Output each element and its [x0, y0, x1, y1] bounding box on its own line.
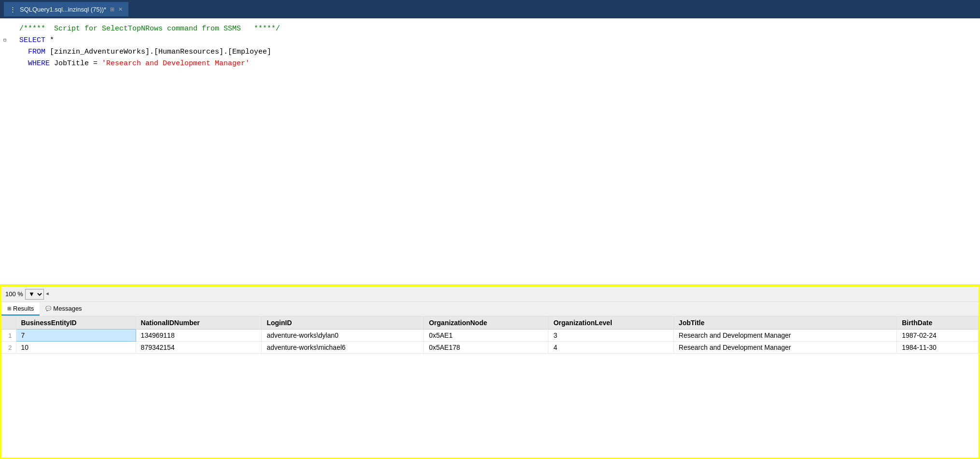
code-line: WHERE JobTitle = 'Research and Developme… — [0, 58, 980, 70]
cell-OrganizationLevel[interactable]: 3 — [548, 330, 673, 342]
cell-BirthDate[interactable]: 1987-02-24 — [897, 330, 979, 342]
sql-editor[interactable]: /***** Script for SelectTopNRows command… — [0, 18, 980, 285]
col-header-JobTitle: JobTitle — [673, 316, 896, 330]
code-line: ⊟SELECT * — [0, 35, 980, 46]
results-header-row: BusinessEntityIDNationalIDNumberLoginIDO… — [1, 316, 979, 330]
col-header-LoginID: LoginID — [262, 316, 424, 330]
close-icon[interactable]: ✕ — [118, 6, 123, 13]
code-content: WHERE JobTitle = 'Research and Developme… — [10, 58, 980, 70]
tab-pin-icon: ⋮ — [10, 6, 16, 13]
cell-BusinessEntityID[interactable]: 10 — [16, 342, 136, 354]
table-row[interactable]: 17134969118adventure-works\dylan00x5AE13… — [1, 330, 979, 342]
zoom-bar: 100 % ▼ ◄ — [1, 287, 979, 302]
results-container[interactable]: BusinessEntityIDNationalIDNumberLoginIDO… — [1, 316, 979, 458]
cell-BusinessEntityID[interactable]: 7 — [16, 330, 136, 342]
code-content: SELECT * — [10, 35, 980, 46]
zoom-level: 100 % — [5, 290, 23, 298]
col-header-BirthDate: BirthDate — [897, 316, 979, 330]
cell-JobTitle[interactable]: Research and Development Manager — [673, 330, 896, 342]
zoom-dropdown[interactable]: ▼ — [25, 289, 44, 300]
cell-BirthDate[interactable]: 1984-11-30 — [897, 342, 979, 354]
cell-OrganizationLevel[interactable]: 4 — [548, 342, 673, 354]
col-header-OrganizationNode: OrganizationNode — [424, 316, 548, 330]
cell-NationalIDNumber[interactable]: 879342154 — [136, 342, 262, 354]
scroll-left-icon[interactable]: ◄ — [46, 291, 49, 297]
code-token-string: 'Research and Development Manager' — [102, 59, 250, 68]
results-tab-icon: ⊞ — [7, 306, 11, 311]
cell-OrganizationNode[interactable]: 0x5AE178 — [424, 342, 548, 354]
result-tab-results[interactable]: ⊞Results — [1, 302, 40, 316]
code-token-comment: /***** Script for SelectTopNRows command… — [19, 25, 280, 33]
code-token-keyword: WHERE — [28, 59, 50, 68]
results-tabs-bar: ⊞Results💬Messages — [1, 302, 979, 316]
code-line: /***** Script for SelectTopNRows command… — [0, 23, 980, 35]
messages-tab-label: Messages — [53, 305, 82, 312]
cell-LoginID[interactable]: adventure-works\dylan0 — [262, 330, 424, 342]
code-token-default: * — [45, 36, 54, 44]
code-token-default: JobTitle = — [50, 59, 102, 68]
code-line: FROM [zinzin_AdventureWorks].[HumanResou… — [0, 46, 980, 58]
tab-label: SQLQuery1.sql...inzinsql (75))* — [20, 6, 106, 13]
col-header-OrganizationLevel: OrganizationLevel — [548, 316, 673, 330]
results-tab-label: Results — [13, 305, 34, 312]
results-table: BusinessEntityIDNationalIDNumberLoginIDO… — [1, 316, 979, 354]
cell-NationalIDNumber[interactable]: 134969118 — [136, 330, 262, 342]
col-header-NationalIDNumber: NationalIDNumber — [136, 316, 262, 330]
cell-LoginID[interactable]: adventure-works\michael6 — [262, 342, 424, 354]
col-header-rownum — [1, 316, 16, 330]
result-tab-messages[interactable]: 💬Messages — [40, 302, 87, 316]
code-token-default: [zinzin_AdventureWorks].[HumanResources]… — [45, 48, 271, 56]
code-content: FROM [zinzin_AdventureWorks].[HumanResou… — [10, 46, 980, 58]
code-token-keyword: SELECT — [19, 36, 45, 44]
query-tab[interactable]: ⋮ SQLQuery1.sql...inzinsql (75))* ⊞ ✕ — [4, 2, 128, 16]
table-row[interactable]: 210879342154adventure-works\michael60x5A… — [1, 342, 979, 354]
code-token-keyword: FROM — [28, 48, 45, 56]
collapse-icon[interactable]: ⊟ — [3, 35, 6, 46]
line-indicator: ⊟ — [0, 35, 10, 46]
messages-tab-icon: 💬 — [45, 306, 51, 311]
code-content: /***** Script for SelectTopNRows command… — [10, 23, 980, 35]
results-panel: 100 % ▼ ◄ ⊞Results💬Messages BusinessEnti… — [0, 285, 980, 459]
cell-rownum[interactable]: 1 — [1, 330, 16, 342]
cell-rownum[interactable]: 2 — [1, 342, 16, 354]
cell-JobTitle[interactable]: Research and Development Manager — [673, 342, 896, 354]
cell-OrganizationNode[interactable]: 0x5AE1 — [424, 330, 548, 342]
title-bar: ⋮ SQLQuery1.sql...inzinsql (75))* ⊞ ✕ — [0, 0, 980, 18]
col-header-BusinessEntityID: BusinessEntityID — [16, 316, 136, 330]
pin-icon[interactable]: ⊞ — [110, 6, 114, 13]
